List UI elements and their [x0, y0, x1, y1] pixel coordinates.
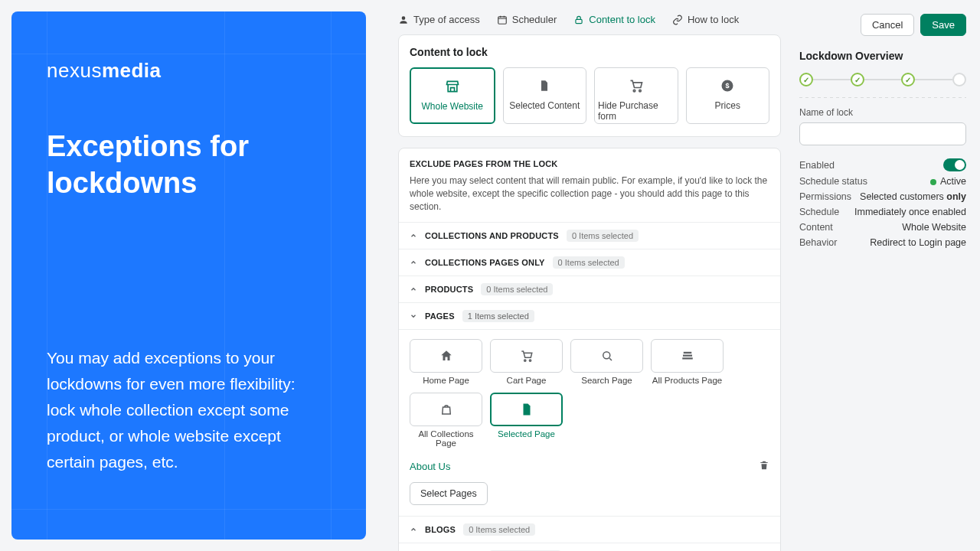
- file-icon: [538, 78, 550, 93]
- brand-logo: nexusmedia: [47, 59, 343, 83]
- svg-rect-9: [683, 352, 691, 354]
- svg-rect-11: [682, 358, 693, 360]
- chevron-up-icon: [410, 232, 417, 240]
- permissions-value: Selected customers only: [860, 191, 966, 202]
- chevron-up-icon: [410, 285, 417, 293]
- tab-type-of-access[interactable]: Type of access: [398, 14, 480, 25]
- tile-whole-website[interactable]: Whole Website: [410, 67, 495, 124]
- svg-point-2: [633, 90, 635, 92]
- svg-point-6: [524, 360, 525, 361]
- section-blogs[interactable]: BLOGS 0 Items selected: [399, 517, 780, 543]
- svg-point-8: [603, 352, 609, 359]
- behavior-value: Redirect to Login page: [870, 237, 966, 248]
- selected-page-link[interactable]: About Us: [410, 461, 450, 472]
- progress-steps: [799, 73, 966, 86]
- user-icon: [398, 15, 409, 25]
- content-to-lock-card: Content to lock Whole Website Selected C…: [398, 34, 781, 137]
- price-icon: $: [720, 79, 734, 93]
- bag-icon: [439, 403, 453, 416]
- promo-title: Exceptions for lockdowns: [47, 129, 343, 201]
- trash-icon: [759, 460, 769, 471]
- promo-body: You may add exceptions to your lockdowns…: [47, 345, 322, 475]
- pages-expanded: Home Page Cart Page Search Page All Prod…: [399, 330, 780, 517]
- content-value: Whole Website: [902, 222, 966, 233]
- promo-panel: nexusmedia Exceptions for lockdowns You …: [0, 0, 366, 551]
- card-title: Content to lock: [410, 46, 769, 58]
- section-collections-pages[interactable]: COLLECTIONS PAGES ONLY 0 Items selected: [399, 249, 780, 276]
- count-badge: 0 Items selected: [553, 256, 625, 269]
- enabled-label: Enabled: [799, 160, 835, 171]
- section-pages[interactable]: PAGES 1 Items selected: [399, 303, 780, 330]
- cancel-button[interactable]: Cancel: [861, 14, 914, 36]
- chevron-up-icon: [410, 526, 417, 533]
- page-tile-all-collections[interactable]: [410, 393, 482, 426]
- lock-icon: [573, 15, 584, 25]
- store-icon: [444, 79, 461, 94]
- tile-selected-content[interactable]: Selected Content: [503, 67, 587, 124]
- schedule-status-value: Active: [930, 176, 966, 187]
- chevron-up-icon: [410, 259, 417, 266]
- link-icon: [672, 15, 683, 25]
- chevron-down-icon: [410, 312, 417, 320]
- svg-rect-1: [576, 19, 582, 23]
- step-1-icon: [799, 73, 813, 86]
- name-of-lock-input[interactable]: [799, 122, 966, 145]
- svg-rect-0: [498, 16, 506, 23]
- wizard-tabs: Type of access Scheduler Content to lock…: [398, 14, 781, 25]
- calendar-icon: [497, 15, 508, 25]
- count-badge: 0 Items selected: [481, 283, 553, 295]
- svg-rect-10: [683, 355, 692, 357]
- schedule-value: Immediately once enabled: [854, 207, 966, 217]
- step-2-icon: [851, 73, 864, 86]
- count-badge: 0 Items selected: [567, 230, 639, 242]
- exclude-desc: Here you may select content that will re…: [410, 174, 769, 213]
- page-tile-all-products[interactable]: [651, 339, 724, 373]
- selected-page-row: About Us: [410, 455, 769, 482]
- page-tile-home[interactable]: [410, 339, 482, 373]
- count-badge: 0 Items selected: [463, 523, 535, 536]
- search-icon: [600, 349, 614, 363]
- page-tile-cart[interactable]: [490, 339, 563, 373]
- enabled-toggle[interactable]: [943, 158, 966, 171]
- cart-icon: [520, 349, 534, 363]
- tile-hide-purchase[interactable]: Hide Purchase form: [594, 67, 678, 124]
- step-4-icon: [952, 73, 966, 86]
- tab-content-to-lock[interactable]: Content to lock: [573, 14, 655, 25]
- overview-title: Lockdown Overview: [799, 50, 966, 62]
- tab-how-to-lock[interactable]: How to lock: [672, 14, 739, 25]
- page-tile-selected-page[interactable]: [490, 393, 563, 426]
- save-button[interactable]: Save: [920, 14, 966, 36]
- svg-point-7: [529, 360, 531, 361]
- file-icon: [520, 403, 534, 416]
- name-of-lock-label: Name of lock: [799, 107, 966, 118]
- tile-prices[interactable]: $ Prices: [686, 67, 770, 124]
- cart-icon: [629, 78, 644, 93]
- section-collections-products[interactable]: COLLECTIONS AND PRODUCTS 0 Items selecte…: [399, 223, 780, 249]
- stack-icon: [681, 349, 694, 363]
- tab-scheduler[interactable]: Scheduler: [497, 14, 557, 25]
- section-products[interactable]: PRODUCTS 0 Items selected: [399, 276, 780, 303]
- home-icon: [439, 349, 453, 363]
- page-tile-search[interactable]: [570, 339, 643, 373]
- select-pages-button[interactable]: Select Pages: [410, 482, 488, 505]
- section-blog-posts[interactable]: BLOG POSTS 0 Items selected: [399, 543, 780, 551]
- exclude-title: EXCLUDE PAGES FROM THE LOCK: [410, 159, 769, 168]
- exclude-pages-card: EXCLUDE PAGES FROM THE LOCK Here you may…: [398, 148, 781, 551]
- delete-page-button[interactable]: [759, 460, 769, 473]
- status-dot-icon: [930, 179, 936, 185]
- count-badge: 1 Items selected: [462, 310, 534, 322]
- svg-text:$: $: [726, 82, 730, 90]
- step-3-icon: [901, 73, 915, 86]
- svg-point-3: [639, 90, 642, 92]
